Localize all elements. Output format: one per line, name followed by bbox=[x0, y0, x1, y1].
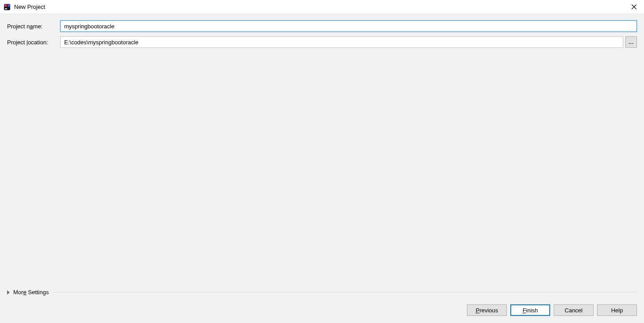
expand-right-icon bbox=[7, 290, 10, 295]
more-settings-toggle[interactable]: More Settings bbox=[7, 289, 49, 296]
svg-rect-2 bbox=[5, 8, 7, 9]
finish-button[interactable]: Finish bbox=[510, 304, 550, 316]
spacer bbox=[7, 52, 637, 287]
divider bbox=[53, 292, 637, 292]
help-button[interactable]: Help bbox=[597, 304, 637, 316]
title-bar: New Project bbox=[0, 0, 644, 14]
intellij-icon bbox=[4, 4, 11, 11]
svg-rect-1 bbox=[4, 4, 7, 7]
previous-button[interactable]: Previous bbox=[467, 304, 507, 316]
project-name-label: Project name: bbox=[7, 23, 60, 30]
project-location-label: Project location: bbox=[7, 39, 60, 46]
project-location-row: Project location: ... bbox=[7, 36, 637, 48]
new-project-dialog: New Project Project name: Project locati… bbox=[0, 0, 644, 323]
close-button[interactable] bbox=[624, 0, 644, 14]
project-name-input-container bbox=[60, 20, 637, 32]
close-icon bbox=[632, 4, 636, 9]
cancel-button[interactable]: Cancel bbox=[554, 304, 594, 316]
window-title: New Project bbox=[14, 4, 624, 10]
browse-location-button[interactable]: ... bbox=[625, 36, 637, 48]
project-name-input[interactable] bbox=[60, 20, 637, 32]
dialog-content: Project name: Project location: ... More… bbox=[0, 14, 644, 302]
project-name-row: Project name: bbox=[7, 20, 637, 32]
more-settings-label: More Settings bbox=[13, 289, 49, 296]
project-location-input-container: ... bbox=[60, 36, 637, 48]
button-bar: Previous Finish Cancel Help bbox=[0, 302, 644, 323]
more-settings-section: More Settings bbox=[7, 287, 637, 298]
project-location-input[interactable] bbox=[60, 36, 623, 48]
svg-rect-3 bbox=[8, 4, 10, 7]
